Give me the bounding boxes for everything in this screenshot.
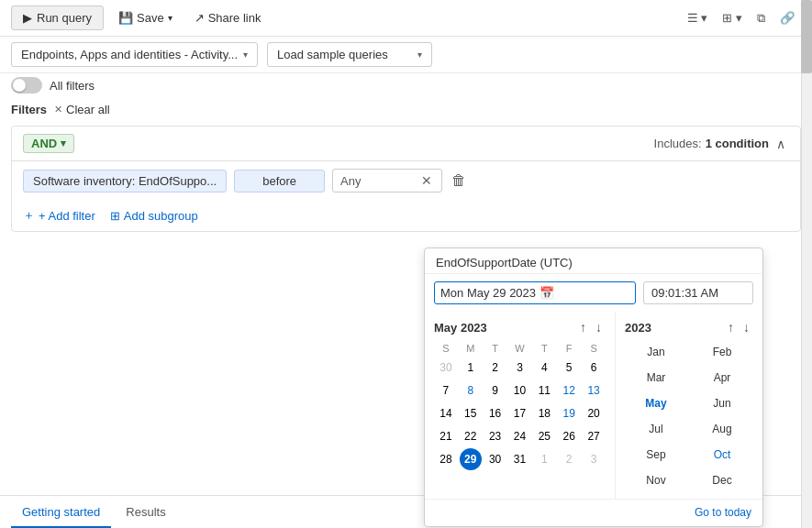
add-filter-button[interactable]: ＋ + Add filter bbox=[23, 207, 95, 224]
day-cell[interactable]: 11 bbox=[533, 380, 555, 402]
month-sep[interactable]: Sep bbox=[625, 444, 687, 466]
endpoint-chevron-icon: ▾ bbox=[243, 50, 248, 60]
month-nav: May 2023 ↑ ↓ bbox=[434, 319, 606, 336]
month-nav-buttons: ↑ ↓ bbox=[576, 319, 606, 336]
save-chevron-icon: ▾ bbox=[168, 13, 172, 23]
goto-today-label: Go to today bbox=[695, 506, 751, 519]
month-jun[interactable]: Jun bbox=[691, 392, 753, 414]
calendar-icon[interactable]: 📅 bbox=[539, 286, 554, 300]
list-view-button[interactable]: ☰ ▾ bbox=[682, 7, 714, 28]
month-nov[interactable]: Nov bbox=[625, 469, 687, 491]
time-input-box[interactable]: 09:01:31 AM bbox=[643, 281, 753, 304]
day-cell[interactable]: 13 bbox=[583, 380, 605, 402]
link-button[interactable]: 🔗 bbox=[774, 7, 801, 28]
day-cell[interactable]: 9 bbox=[484, 380, 506, 402]
includes-section: Includes: 1 condition ∧ bbox=[654, 135, 789, 153]
all-filters-toggle[interactable] bbox=[11, 77, 42, 94]
clear-all-button[interactable]: ✕ Clear all bbox=[54, 103, 110, 116]
month-feb[interactable]: Feb bbox=[691, 341, 753, 363]
month-title: May 2023 bbox=[434, 321, 487, 335]
goto-today-button[interactable]: Go to today bbox=[695, 506, 751, 519]
day-cell[interactable]: 3 bbox=[508, 357, 530, 379]
any-input-wrap[interactable]: Any ✕ bbox=[332, 169, 442, 192]
scrollbar-track[interactable] bbox=[801, 0, 812, 528]
month-oct[interactable]: Oct bbox=[691, 444, 753, 466]
save-button[interactable]: 💾 Save ▾ bbox=[111, 6, 180, 29]
day-cell[interactable]: 10 bbox=[508, 380, 530, 402]
day-cell[interactable]: 14 bbox=[435, 402, 457, 424]
add-subgroup-button[interactable]: ⊞ Add subgroup bbox=[110, 209, 198, 223]
day-cell[interactable]: 24 bbox=[508, 425, 530, 447]
day-cell[interactable]: 16 bbox=[484, 402, 506, 424]
day-cell[interactable]: 6 bbox=[583, 357, 605, 379]
tab-getting-started[interactable]: Getting started bbox=[11, 496, 111, 528]
filters-label: Filters bbox=[11, 103, 47, 116]
day-cell[interactable]: 2 bbox=[558, 448, 580, 470]
day-cell[interactable]: 27 bbox=[583, 425, 605, 447]
tab-results[interactable]: Results bbox=[115, 496, 176, 528]
and-badge[interactable]: AND ▾ bbox=[23, 134, 74, 153]
year-prev-button[interactable]: ↑ bbox=[724, 319, 738, 336]
play-icon: ▶ bbox=[23, 11, 32, 25]
month-aug[interactable]: Aug bbox=[691, 418, 753, 440]
endpoint-dropdown-label: Endpoints, Apps and identities - Activit… bbox=[21, 48, 238, 61]
before-chip[interactable]: before bbox=[234, 170, 325, 192]
month-jul[interactable]: Jul bbox=[625, 418, 687, 440]
day-cell[interactable]: 3 bbox=[583, 448, 605, 470]
copy-button[interactable]: ⧉ bbox=[751, 7, 771, 29]
month-mar[interactable]: Mar bbox=[625, 367, 687, 389]
run-query-button[interactable]: ▶ Run query bbox=[11, 6, 104, 30]
day-cell[interactable]: 20 bbox=[583, 402, 605, 424]
day-cell[interactable]: 18 bbox=[533, 402, 555, 424]
day-cell-selected[interactable]: 29 bbox=[460, 448, 482, 470]
day-cell[interactable]: 1 bbox=[460, 357, 482, 379]
month-dec[interactable]: Dec bbox=[691, 469, 753, 491]
day-cell[interactable]: 22 bbox=[460, 425, 482, 447]
tab-getting-started-label: Getting started bbox=[22, 505, 100, 519]
day-cell[interactable]: 31 bbox=[508, 448, 530, 470]
day-cell[interactable]: 1 bbox=[533, 448, 555, 470]
month-may[interactable]: May bbox=[625, 392, 687, 414]
day-cell[interactable]: 30 bbox=[484, 448, 506, 470]
day-cell[interactable]: 28 bbox=[435, 448, 457, 470]
toolbar: ▶ Run query 💾 Save ▾ ↗ Share link ☰ ▾ ⊞ … bbox=[0, 0, 812, 37]
month-apr[interactable]: Apr bbox=[691, 367, 753, 389]
month-next-button[interactable]: ↓ bbox=[592, 319, 606, 336]
month-jan[interactable]: Jan bbox=[625, 341, 687, 363]
day-cell[interactable]: 4 bbox=[533, 357, 555, 379]
delete-filter-button[interactable]: 🗑 bbox=[450, 172, 468, 189]
sample-queries-dropdown[interactable]: Load sample queries ▾ bbox=[267, 42, 432, 67]
day-cell[interactable]: 15 bbox=[460, 402, 482, 424]
add-subgroup-label: Add subgroup bbox=[124, 209, 198, 223]
date-input-box[interactable]: Mon May 29 2023 📅 bbox=[434, 281, 636, 304]
grid-view-button[interactable]: ⊞ ▾ bbox=[717, 7, 748, 28]
scrollbar-thumb[interactable] bbox=[801, 0, 812, 73]
includes-label: Includes: bbox=[654, 137, 702, 150]
day-cell[interactable]: 5 bbox=[558, 357, 580, 379]
filter-bar: Endpoints, Apps and identities - Activit… bbox=[0, 37, 812, 73]
day-cell[interactable]: 26 bbox=[558, 425, 580, 447]
sample-queries-chevron-icon: ▾ bbox=[417, 50, 422, 60]
endpoint-dropdown[interactable]: Endpoints, Apps and identities - Activit… bbox=[11, 42, 258, 67]
day-cell[interactable]: 19 bbox=[558, 402, 580, 424]
day-header-sat: S bbox=[582, 341, 606, 356]
all-filters-row: All filters bbox=[0, 73, 812, 97]
day-cell[interactable]: 8 bbox=[460, 380, 482, 402]
day-cell[interactable]: 12 bbox=[558, 380, 580, 402]
date-inputs-row: Mon May 29 2023 📅 09:01:31 AM bbox=[425, 274, 762, 312]
share-link-button[interactable]: ↗ Share link bbox=[187, 6, 269, 29]
day-cell[interactable]: 30 bbox=[435, 357, 457, 379]
filters-header: Filters ✕ Clear all bbox=[0, 97, 812, 122]
day-cell[interactable]: 2 bbox=[484, 357, 506, 379]
month-prev-button[interactable]: ↑ bbox=[576, 319, 590, 336]
day-cell[interactable]: 21 bbox=[435, 425, 457, 447]
day-cell[interactable]: 23 bbox=[484, 425, 506, 447]
day-cell[interactable]: 7 bbox=[435, 380, 457, 402]
year-next-button[interactable]: ↓ bbox=[740, 319, 753, 336]
filter-chip[interactable]: Software inventory: EndOfSuppo... bbox=[23, 170, 227, 192]
day-cell[interactable]: 17 bbox=[508, 402, 530, 424]
clear-all-label: Clear all bbox=[66, 103, 110, 116]
day-cell[interactable]: 25 bbox=[533, 425, 555, 447]
collapse-button[interactable]: ∧ bbox=[773, 135, 789, 153]
clear-value-button[interactable]: ✕ bbox=[419, 173, 434, 188]
